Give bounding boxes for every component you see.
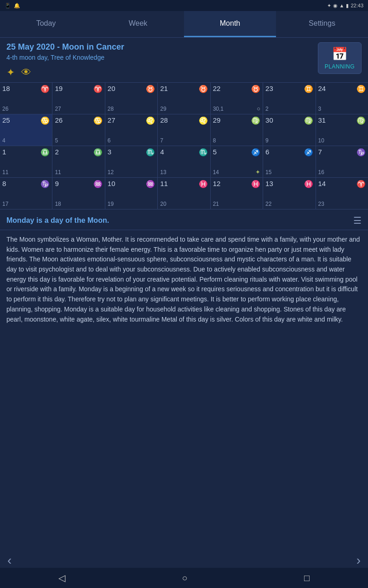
calendar-row: 25♋ 4 26♋ 5 27♌ 6 28♌ 7 29♍ 8 30♍ 9 31♍ … [0, 114, 368, 146]
tab-settings[interactable]: Settings [276, 11, 368, 37]
header-subtitle: 4-th moon day, Tree of Knowledge [6, 54, 124, 61]
cal-cell-31[interactable]: 31♍ 10 [316, 114, 368, 146]
time-display: 22:43 [351, 3, 363, 8]
navigation-bar: ‹ › [0, 553, 368, 568]
header-title: 25 May 2020 - Moon in Cancer [6, 42, 124, 52]
phone-icon: 📱 [5, 3, 11, 9]
cal-cell-3[interactable]: 3♏ 12 [105, 146, 158, 177]
home-button[interactable]: ○ [182, 573, 187, 583]
cal-cell-25-today[interactable]: 25♋ 4 [0, 114, 52, 146]
recents-button[interactable]: □ [304, 573, 310, 583]
calendar-row: 18♈ 26 19♈ 27 20♉ 28 21♉ 29 22♉ 30,1○ 23… [0, 83, 368, 114]
tab-month[interactable]: Month [184, 11, 276, 37]
status-bar: 📱 🔔 ✦ ◉ ▲ ▮ 22:43 [0, 0, 368, 11]
cal-cell-10[interactable]: 10♒ 19 [105, 178, 158, 209]
cal-cell-9[interactable]: 9♒ 18 [52, 178, 105, 209]
status-left: 📱 🔔 [5, 3, 20, 9]
header-left: 25 May 2020 - Moon in Cancer 4-th moon d… [6, 42, 124, 79]
planning-button[interactable]: 📅 PLANNING [318, 42, 362, 74]
day-info-section: Monday is a day of the Moon. ☰ [0, 209, 368, 230]
cal-cell-19[interactable]: 19♈ 27 [52, 83, 105, 114]
header-icons: ✦ 👁 [6, 67, 124, 79]
cal-cell-8[interactable]: 8♑ 17 [0, 178, 52, 209]
cal-cell-27[interactable]: 27♌ 6 [105, 114, 158, 146]
header-area: 25 May 2020 - Moon in Cancer 4-th moon d… [0, 38, 368, 82]
cal-cell-20[interactable]: 20♉ 28 [105, 83, 158, 114]
cal-cell-4[interactable]: 4♏ 13 [158, 146, 210, 177]
back-button[interactable]: ◁ [58, 572, 65, 583]
tab-week[interactable]: Week [92, 11, 184, 37]
star-icon[interactable]: ✦ [6, 67, 15, 79]
wifi-icon: ▲ [339, 3, 345, 8]
cal-cell-30[interactable]: 30♍ 9 [263, 114, 316, 146]
day-info-title: Monday is a day of the Moon. [6, 216, 109, 225]
cal-cell-24[interactable]: 24♊ 3 [316, 83, 368, 114]
calendar-icon: 📅 [332, 46, 348, 62]
bluetooth-icon: ✦ [327, 3, 331, 9]
tab-today[interactable]: Today [0, 11, 92, 37]
notification-icon: 🔔 [14, 3, 20, 9]
battery-icon: ▮ [346, 3, 349, 9]
cal-cell-21[interactable]: 21♉ 29 [158, 83, 210, 114]
menu-icon[interactable]: ☰ [353, 215, 362, 226]
cal-cell-11[interactable]: 11♓ 20 [158, 178, 210, 209]
day-description: The Moon symbolizes a Woman, Mother. It … [0, 230, 368, 329]
cal-cell-23[interactable]: 23♊ 2 [263, 83, 316, 114]
cal-cell-18[interactable]: 18♈ 26 [0, 83, 52, 114]
cal-cell-7[interactable]: 7♑ 16 [316, 146, 368, 177]
cal-cell-28[interactable]: 28♌ 7 [158, 114, 210, 146]
next-arrow[interactable]: › [356, 553, 361, 568]
cal-cell-13[interactable]: 13♓ 22 [263, 178, 316, 209]
cal-cell-14[interactable]: 14♈ 23 [316, 178, 368, 209]
cal-cell-6[interactable]: 6♐ 15 [263, 146, 316, 177]
cal-cell-12[interactable]: 12♓ 21 [211, 178, 263, 209]
cal-cell-26[interactable]: 26♋ 5 [52, 114, 105, 146]
prev-arrow[interactable]: ‹ [7, 553, 12, 568]
tab-bar: Today Week Month Settings [0, 11, 368, 38]
eye-icon[interactable]: 👁 [21, 67, 31, 79]
cal-cell-22[interactable]: 22♉ 30,1○ [211, 83, 263, 114]
cal-cell-2[interactable]: 2♎ 11 [52, 146, 105, 177]
calendar-row: 1♎ 11 2♎ 11 3♏ 12 4♏ 13 5♐ 14✦ 6♐ 15 7♑ … [0, 146, 368, 178]
planning-label: PLANNING [325, 63, 355, 70]
signal-icon: ◉ [333, 3, 338, 9]
cal-cell-1[interactable]: 1♎ 11 [0, 146, 52, 177]
status-right: ✦ ◉ ▲ ▮ 22:43 [327, 3, 363, 9]
cal-cell-29[interactable]: 29♍ 8 [211, 114, 263, 146]
calendar-grid: 18♈ 26 19♈ 27 20♉ 28 21♉ 29 22♉ 30,1○ 23… [0, 82, 368, 209]
calendar-row: 8♑ 17 9♒ 18 10♒ 19 11♓ 20 12♓ 21 13♓ 22 … [0, 178, 368, 209]
cal-cell-5[interactable]: 5♐ 14✦ [211, 146, 263, 177]
android-nav-bar: ◁ ○ □ [0, 568, 368, 588]
